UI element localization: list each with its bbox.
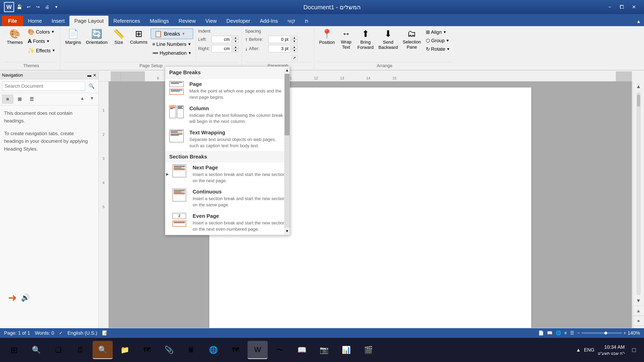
indent-right-down[interactable]: ▼ <box>233 49 238 52</box>
qa-redo[interactable]: ↪ <box>34 3 42 11</box>
break-even-page[interactable]: 2 Even Page Insert a section break and s… <box>165 211 290 235</box>
taskbar-chrome[interactable]: 🌐 <box>203 341 224 359</box>
collapse-ribbon[interactable]: ▲ <box>633 17 644 26</box>
show-desktop-button[interactable]: □ <box>628 344 640 356</box>
taskbar-video[interactable]: 🎬 <box>358 341 378 359</box>
indent-left-up[interactable]: ▲ <box>233 36 238 39</box>
line-numbers-button[interactable]: ≡ Line Numbers ▼ <box>151 41 193 48</box>
print-layout-btn[interactable]: 📄 <box>538 331 544 336</box>
nav-prev-button[interactable]: ▲ <box>78 95 87 102</box>
effects-button[interactable]: ✨ Effects ▼ <box>26 46 57 55</box>
dropdown-scroll-up-button[interactable]: ▲ <box>284 66 290 74</box>
nav-speaker-icon[interactable]: 🔊 <box>21 293 30 302</box>
language[interactable]: English (U.S.) <box>68 330 97 336</box>
tab-developer[interactable]: Developer <box>222 16 255 26</box>
taskbar-wavy[interactable]: 〜 <box>270 341 290 359</box>
vscroll-down-button[interactable]: ▼ <box>634 296 644 306</box>
task-view-button[interactable]: ❑ <box>48 341 68 359</box>
proofing-icon[interactable]: ✓ <box>59 331 62 336</box>
taskbar-calendar[interactable]: 🗓 <box>70 341 90 359</box>
nav-tab-headings[interactable]: ≡ <box>2 95 13 104</box>
side-prev-page[interactable]: ▲ <box>633 306 644 316</box>
systray-language[interactable]: ENG <box>584 347 594 353</box>
spacing-before-up[interactable]: ▲ <box>292 36 297 39</box>
paragraph-dialog-button[interactable]: ↗ <box>292 55 297 61</box>
break-column[interactable]: Column Indicate that the text following … <box>165 103 290 127</box>
qa-custom[interactable]: ▼ <box>52 3 60 11</box>
position-button[interactable]: 📍 Position <box>318 28 336 46</box>
outline-btn[interactable]: ≡ <box>564 331 567 336</box>
columns-button[interactable]: ⊞ Columns <box>128 28 149 46</box>
tab-mailings[interactable]: Mailings <box>145 16 174 26</box>
themes-button[interactable]: 🎨 Themes <box>5 28 24 46</box>
draft-btn[interactable]: ☰ <box>570 331 574 336</box>
nav-close-button[interactable]: ✕ <box>93 73 96 78</box>
indent-right-input[interactable] <box>212 45 232 52</box>
search-button-taskbar[interactable]: 🔍 <box>26 341 46 359</box>
search-input[interactable] <box>2 81 85 91</box>
break-next-page[interactable]: ▶ Next Page Insert a section break and s… <box>165 162 290 186</box>
indent-left-input[interactable] <box>212 36 232 43</box>
group-button[interactable]: ⬡ Group ▼ <box>424 37 452 44</box>
send-backward-button[interactable]: ⬇ Send Backward <box>377 28 400 51</box>
taskbar-clock[interactable]: 10:34 AM י"ח שבט תשע"ט <box>598 344 625 356</box>
rotate-button[interactable]: ↻ Rotate ▼ <box>424 45 452 53</box>
zoom-control[interactable]: − + 140% <box>578 330 640 336</box>
margins-button[interactable]: 📄 Margins <box>64 28 82 46</box>
taskbar-maps2[interactable]: 🗺 <box>226 341 246 359</box>
qa-undo[interactable]: ↩ <box>24 3 32 11</box>
breaks-button[interactable]: 📋 Breaks ▼ <box>151 28 193 39</box>
spacing-after-input[interactable] <box>268 45 290 52</box>
nav-tab-results[interactable]: ☰ <box>26 95 38 104</box>
spacing-after-down[interactable]: ▼ <box>292 49 297 52</box>
vscroll-up-button[interactable]: ▲ <box>634 81 644 91</box>
maximize-button[interactable]: ⧠ <box>616 3 628 11</box>
taskbar-word[interactable]: W <box>248 341 268 359</box>
tab-view[interactable]: View <box>201 16 222 26</box>
systray-up-arrow[interactable]: ▲ <box>576 347 581 353</box>
taskbar-files[interactable]: 📁 <box>115 341 135 359</box>
break-page[interactable]: Page Mark the point at which one page en… <box>165 79 290 103</box>
taskbar-excel[interactable]: 📊 <box>336 341 356 359</box>
track-changes-icon[interactable]: 📝 <box>102 331 108 336</box>
dropdown-scroll-down-button[interactable]: ▼ <box>284 228 290 235</box>
spacing-after-up[interactable]: ▲ <box>292 45 297 49</box>
tab-pagelayout[interactable]: Page Layout <box>70 16 108 26</box>
taskbar-paperclip[interactable]: 📎 <box>159 341 179 359</box>
tab-file[interactable]: File <box>2 16 23 26</box>
minimize-button[interactable]: − <box>604 3 616 11</box>
taskbar-maps[interactable]: 🗺 <box>137 341 157 359</box>
zoom-out-button[interactable]: − <box>578 331 580 336</box>
tab-references[interactable]: References <box>108 16 145 26</box>
size-button[interactable]: 📏 Size <box>111 28 127 46</box>
taskbar-photo[interactable]: 📷 <box>314 341 334 359</box>
taskbar-book[interactable]: 📖 <box>292 341 312 359</box>
wrap-text-button[interactable]: ↔ Wrap Text <box>338 28 354 51</box>
tab-review[interactable]: Review <box>174 16 201 26</box>
indent-left-down[interactable]: ▼ <box>233 39 238 43</box>
taskbar-calculator[interactable]: 🖩 <box>181 341 201 359</box>
nav-resize-button[interactable]: ▬ <box>87 73 91 78</box>
colors-button[interactable]: 🎨 Colors ▼ <box>26 28 57 36</box>
spacing-before-input[interactable] <box>268 36 290 43</box>
search-button[interactable]: 🔍 <box>87 81 96 91</box>
side-select-browse[interactable]: ● <box>633 316 644 326</box>
tab-insert[interactable]: Insert <box>47 16 70 26</box>
bring-forward-button[interactable]: ⬆ Bring Forward <box>356 28 375 51</box>
break-continuous[interactable]: Continuous Insert a section break and st… <box>165 186 290 211</box>
align-button[interactable]: ⊞ Align ▼ <box>424 28 452 36</box>
tab-heb2[interactable]: ת <box>300 16 313 26</box>
hyphenation-button[interactable]: ➖ Hyphenation ▼ <box>151 49 193 57</box>
zoom-in-button[interactable]: + <box>624 331 626 336</box>
qa-save[interactable]: 💾 <box>15 3 23 11</box>
break-text-wrapping[interactable]: Text Wrapping Separate text around objec… <box>165 127 290 151</box>
full-reading-btn[interactable]: 📖 <box>547 331 552 336</box>
close-button[interactable]: ✕ <box>628 3 640 11</box>
spacing-before-down[interactable]: ▼ <box>292 39 297 43</box>
tab-home[interactable]: Home <box>23 16 47 26</box>
tab-addins[interactable]: Add-Ins <box>255 16 283 26</box>
orientation-button[interactable]: 🔄 Orientation <box>84 28 109 46</box>
qa-print[interactable]: 🖨 <box>43 3 51 11</box>
web-layout-btn[interactable]: 🌐 <box>556 331 561 336</box>
nav-tab-pages[interactable]: ⊞ <box>14 95 25 104</box>
